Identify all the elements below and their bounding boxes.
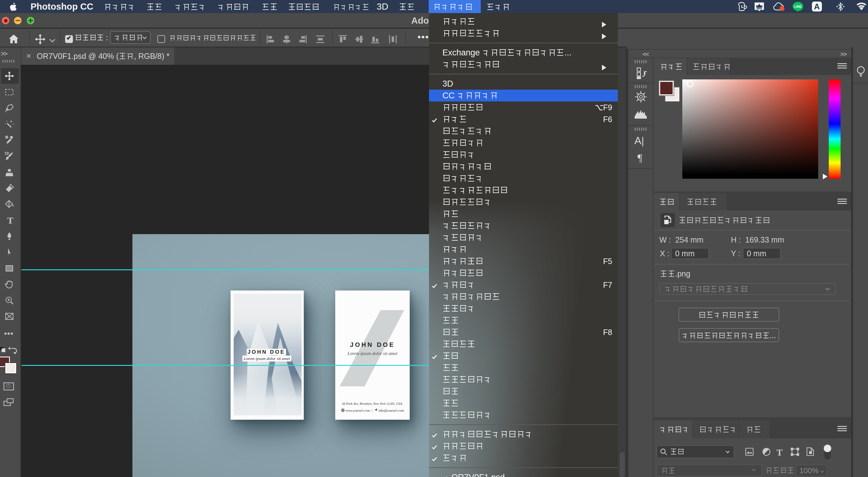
svg-text:LINE: LINE	[794, 5, 802, 8]
